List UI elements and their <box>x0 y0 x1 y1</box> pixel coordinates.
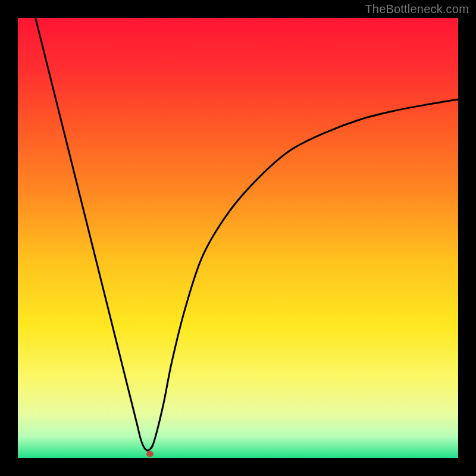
bottleneck-curve <box>18 18 458 458</box>
watermark-text: TheBottleneck.com <box>365 2 469 16</box>
minimum-marker <box>146 451 154 457</box>
plot-area <box>18 18 458 458</box>
chart-frame: TheBottleneck.com <box>0 0 476 476</box>
